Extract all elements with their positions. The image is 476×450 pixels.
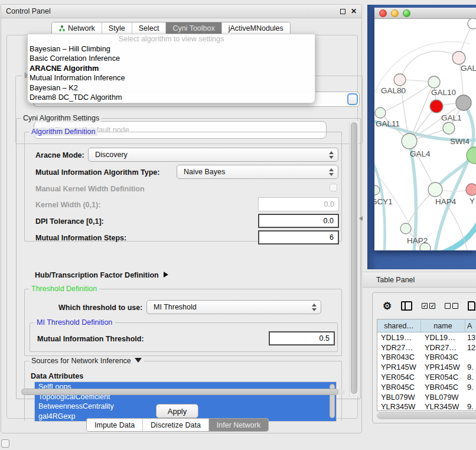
tab-network[interactable]: Network (52, 22, 102, 34)
network-node-hap4[interactable] (428, 182, 442, 197)
threshold-definition-group: Threshold Definition Which threshold to … (24, 289, 342, 356)
settings-vscrollbar[interactable] (349, 121, 358, 396)
bottom-tab-impute-data[interactable]: Impute Data (87, 419, 143, 431)
settings-hscrollbar[interactable] (21, 389, 345, 395)
network-node-hap2[interactable] (400, 223, 411, 234)
screen: Control Panel ✕ NetworkStyleSelectCyni T… (0, 0, 476, 450)
table-row[interactable]: YLR345WYLR345W9. (377, 402, 476, 411)
dropdown-items: Bayesian – Hill ClimbingBasic Correlatio… (28, 44, 315, 102)
select-all-columns-icon[interactable]: ✓✓ (422, 303, 435, 309)
mi-type-combobox[interactable]: Naive Bayes (177, 165, 338, 179)
dropdown-item[interactable]: Dream8 DC_TDC Algorithm (28, 93, 315, 102)
column-header[interactable]: name (421, 319, 465, 332)
mi-steps-label: Mutual Information Steps: (35, 234, 126, 242)
node-label-swi4: SWI4 (450, 137, 470, 146)
table-row[interactable]: YDR27…YDR27…12 (377, 343, 476, 353)
network-node-gal4[interactable] (402, 133, 417, 149)
page-icon[interactable] (468, 301, 475, 311)
mi-type-value: Naive Bayes (184, 168, 225, 176)
network-node[interactable] (430, 100, 443, 113)
settings-hscrollbar-thumb[interactable] (21, 389, 338, 395)
dropdown-item[interactable]: Basic Correlation Inference (28, 54, 315, 63)
network-node-gcy1[interactable] (374, 185, 380, 195)
close-window-icon[interactable] (379, 9, 387, 17)
tab-select[interactable]: Select (132, 22, 167, 34)
network-node-gal1[interactable] (456, 95, 471, 110)
algorithm-definition-group: Algorithm Definition Aracne Mode: Discov… (24, 132, 342, 242)
node-label-gal10: GAL10 (431, 88, 456, 97)
table-header-row: shared…nameA (377, 319, 476, 332)
mi-steps-input[interactable]: 6 (258, 230, 339, 244)
table-cell: 8. (465, 372, 476, 382)
network-node-gal80[interactable] (394, 74, 406, 86)
table-hscrollbar[interactable] (377, 412, 476, 419)
float-window-icon[interactable] (340, 9, 345, 14)
network-tab-icon (58, 25, 66, 32)
network-node[interactable] (468, 19, 476, 29)
combobox-arrow-button[interactable] (347, 93, 358, 105)
table-row[interactable]: YBL079WYBL079W (377, 392, 476, 402)
mi-steps-value: 6 (330, 233, 334, 242)
dropdown-item[interactable]: Mutual Information Inference (28, 73, 315, 83)
table-hscrollbar-thumb[interactable] (377, 413, 476, 419)
tab-jactivemnodules[interactable]: jActiveMNodules (222, 22, 290, 34)
expanded-arrow-icon[interactable] (135, 358, 142, 363)
node-label-y: Y (470, 197, 475, 206)
stepper-icon (328, 151, 334, 159)
network-node-y[interactable] (466, 184, 476, 195)
algorithm-dropdown-popup: Select algorithm to view settings Bayesi… (27, 34, 315, 103)
mi-type-label: Mutual Information Algorithm Type: (35, 168, 159, 177)
sources-title: Sources for Network Inference (29, 357, 144, 365)
kernel-width-input[interactable]: 0.0 (258, 197, 339, 211)
column-header[interactable]: shared… (377, 319, 421, 332)
dropdown-item[interactable]: Bayesian – Hill Climbing (28, 44, 315, 54)
zoom-window-icon[interactable] (403, 9, 410, 17)
kernel-width-label: Kernel Width (0,1): (35, 201, 100, 209)
which-threshold-combobox[interactable]: MI Threshold (146, 300, 321, 314)
columns-icon[interactable] (401, 301, 412, 311)
node-table: shared…nameA YDL19…YDL19…13YDR27…YDR27…1… (377, 319, 476, 411)
mi-threshold-input[interactable]: 0.5 (269, 331, 335, 345)
dpi-tolerance-label: DPI Tolerance [0,1]: (35, 217, 104, 226)
table-row[interactable]: YPR145WYPR145W9. (377, 362, 476, 372)
table-row[interactable]: YDL19…YDL19…13 (377, 332, 476, 343)
minimize-window-icon[interactable] (391, 9, 399, 17)
node-label-gal80: GAL80 (381, 86, 406, 95)
apply-button[interactable]: Apply (156, 404, 198, 418)
table-panel-title: Table Panel (376, 276, 415, 284)
bottom-tab-discretize-data[interactable]: Discretize Data (143, 419, 209, 431)
network-node[interactable] (443, 122, 455, 134)
manual-kernel-checkbox[interactable] (330, 184, 337, 191)
bottom-tab-infer-network[interactable]: Infer Network (209, 419, 268, 431)
network-canvas[interactable]: GAL2GAL80GAL10GAL1GAL11GAL4SWI4HAP4YGCY1… (374, 19, 476, 250)
column-header[interactable]: A (465, 319, 476, 332)
deselect-all-columns-icon[interactable] (445, 303, 458, 309)
stepper-icon (311, 303, 317, 312)
dropdown-item[interactable]: Bayesian – K2 (28, 83, 315, 93)
cyni-algorithm-settings-group: Cyni Algorithm Settings Algorithm Defini… (16, 118, 361, 399)
table-row[interactable]: YER054CYER054C8. (377, 372, 476, 382)
control-panel: Control Panel ✕ NetworkStyleSelectCyni T… (1, 4, 362, 433)
gear-icon[interactable]: ⚙ (383, 301, 392, 311)
table-row[interactable]: YBR043CYBR043C (377, 353, 476, 363)
table-cell: YBL079W (421, 392, 465, 402)
node-labels: GAL2GAL80GAL10GAL1GAL11GAL4SWI4HAP4YGCY1… (374, 64, 476, 245)
network-window-titlebar[interactable] (374, 8, 476, 19)
table-cell: 9. (465, 402, 476, 411)
hub-definition-expander[interactable]: Hub/Transcription Factor Definition (35, 271, 168, 279)
close-panel-icon[interactable]: ✕ (351, 8, 357, 15)
table-cell: YLR345W (377, 402, 421, 411)
dropdown-placeholder: Select algorithm to view settings (28, 34, 315, 44)
mini-panel-icon[interactable] (1, 439, 9, 448)
network-node-gal10[interactable] (428, 76, 440, 88)
network-node-gal11[interactable] (375, 107, 386, 118)
aracne-mode-combobox[interactable]: Discovery (88, 148, 338, 162)
dpi-tolerance-input[interactable]: 0.0 (258, 214, 339, 228)
settings-vscrollbar-thumb[interactable] (351, 122, 357, 394)
network-node-gal2[interactable] (452, 51, 465, 64)
tab-style[interactable]: Style (102, 22, 132, 34)
splitter-collapse-icon[interactable] (359, 216, 363, 221)
dropdown-item[interactable]: ARACNE Algorithm (28, 64, 315, 73)
table-row[interactable]: YBR045CYBR045C9. (377, 382, 476, 392)
tab-cyni-toolbox[interactable]: Cyni Toolbox (166, 22, 221, 34)
